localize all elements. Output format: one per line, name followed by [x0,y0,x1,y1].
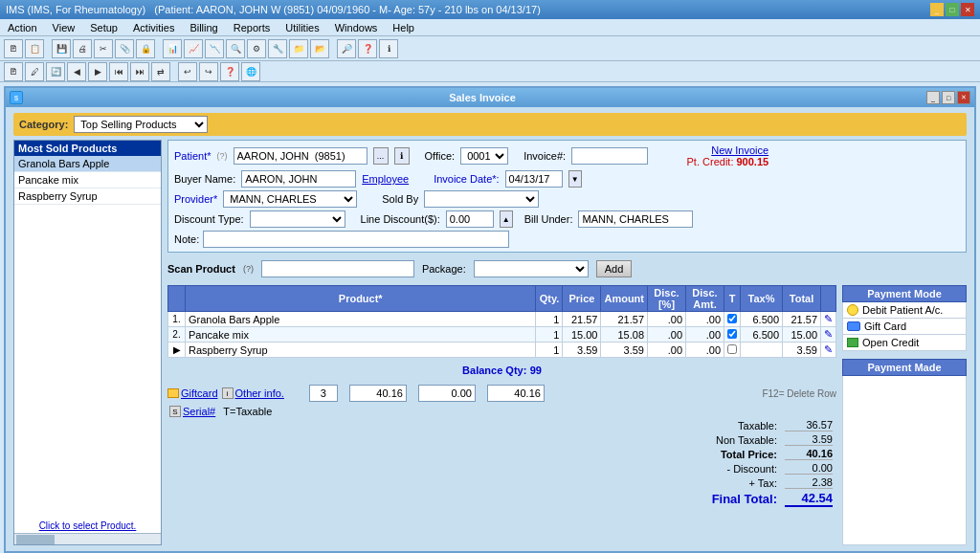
total-price-label: Total Price: [701,449,777,460]
toolbar2-btn-5[interactable]: ▶ [88,62,107,81]
price-box-2[interactable] [418,385,476,402]
line-discount-input[interactable] [446,210,494,228]
discount-type-select[interactable] [250,210,345,228]
toolbar-btn-13[interactable]: 🔧 [268,39,287,58]
bill-under-input[interactable] [578,210,693,228]
menu-help[interactable]: Help [389,21,418,34]
giftcard-label[interactable]: Giftcard [181,387,218,399]
invoice-date-input[interactable] [505,170,563,188]
toolbar-btn-7[interactable]: 🔒 [136,39,155,58]
col-total: Total [783,286,821,312]
menu-action[interactable]: Action [4,21,41,34]
menu-reports[interactable]: Reports [230,21,275,34]
toolbar2-btn-4[interactable]: ◀ [67,62,86,81]
date-picker-btn[interactable]: ▼ [568,170,582,188]
toolbar-btn-4[interactable]: 🖨 [73,39,92,58]
list-item[interactable]: Pancake mix [14,172,161,188]
sold-by-select[interactable] [424,190,539,208]
price-box-3[interactable] [487,385,545,402]
patient-info: (Patient: AARON, JOHN W (9851) 04/09/196… [154,4,541,15]
toolbar2-btn-1[interactable]: 🖹 [4,62,23,81]
menu-activities[interactable]: Activities [129,21,178,34]
gift-card-btn[interactable]: Gift Card [842,319,967,335]
toolbar2-btn-8[interactable]: ⇄ [151,62,170,81]
menu-windows[interactable]: Windows [331,21,382,34]
toolbar2-btn-9[interactable]: ↩ [178,62,197,81]
click-to-select[interactable]: Click to select Product. [14,519,161,533]
toolbar2-btn-12[interactable]: 🌐 [241,62,260,81]
scan-input[interactable] [261,260,414,277]
minimize-button[interactable]: _ [930,3,944,16]
pt-credit-value: 900.15 [737,156,769,167]
patient-input[interactable] [234,147,368,165]
price-box-1[interactable] [349,385,407,402]
office-select[interactable]: 0001 [460,147,508,165]
menu-utilities[interactable]: Utilities [281,21,323,34]
toolbar-btn-2[interactable]: 📋 [25,39,44,58]
menu-view[interactable]: View [49,21,79,34]
add-button[interactable]: Add [596,260,633,277]
debit-patient-btn[interactable]: Debit Patient A/c. [842,302,967,319]
toolbar-btn-10[interactable]: 📉 [205,39,224,58]
toolbar2-btn-10[interactable]: ↪ [199,62,218,81]
other-info-label[interactable]: Other info. [235,387,284,399]
category-select[interactable]: Top Selling Products All Products [74,116,208,133]
invoice-number-input[interactable] [571,147,648,165]
toolbar-btn-9[interactable]: 📈 [184,39,203,58]
toolbar-btn-6[interactable]: 📎 [115,39,134,58]
list-item[interactable]: Granola Bars Apple [14,156,161,172]
patient-info-btn[interactable]: ℹ [394,147,410,165]
inner-close-btn[interactable]: ✕ [957,91,970,104]
patient-search-btn[interactable]: ... [373,147,389,165]
open-credit-btn[interactable]: Open Credit [842,335,967,351]
inner-minimize-btn[interactable]: _ [926,91,940,104]
menu-billing[interactable]: Billing [186,21,221,34]
toolbar-btn-8[interactable]: 📊 [163,39,182,58]
gift-card-label: Gift Card [864,321,906,332]
toolbar-btn-5[interactable]: ✂ [94,39,113,58]
app-title: IMS (IMS, For Rheumatology) [6,4,145,15]
list-item[interactable]: Raspberry Syrup [14,188,161,205]
buyer-name-input[interactable] [241,170,356,188]
giftcard-link[interactable]: Giftcard [167,387,218,399]
employee-label[interactable]: Employee [362,173,409,185]
menu-setup[interactable]: Setup [86,21,122,34]
toolbar-btn-1[interactable]: 🖹 [4,39,23,58]
toolbar-btn-16[interactable]: 🔎 [337,39,356,58]
other-info-link[interactable]: i Other info. [222,387,284,399]
toolbar2-btn-2[interactable]: 🖊 [25,62,44,81]
window-title: Sales Invoice [38,92,926,103]
note-input[interactable] [203,231,509,248]
col-qty: Qty. [536,286,563,312]
new-invoice-link[interactable]: New Invoice [663,144,768,156]
toolbar-btn-14[interactable]: 📁 [289,39,308,58]
non-taxable-label: Non Taxable: [701,434,777,446]
maximize-button[interactable]: □ [946,3,959,16]
serial-label[interactable]: Serial# [183,406,215,417]
qty-box[interactable] [309,385,338,402]
toolbar-btn-12[interactable]: ⚙ [247,39,266,58]
toolbar-btn-3[interactable]: 💾 [52,39,71,58]
line-discount-spin[interactable]: ▲ [500,210,513,228]
close-button[interactable]: ✕ [961,3,974,16]
package-label: Package: [422,263,466,275]
col-edit [821,286,836,312]
provider-select[interactable]: MANN, CHARLES [223,190,357,208]
toolbar2-btn-11[interactable]: ❓ [220,62,239,81]
provider-label: Provider* [174,193,217,205]
toolbar-btn-17[interactable]: ❓ [358,39,377,58]
toolbar-btn-15[interactable]: 📂 [310,39,329,58]
toolbar-btn-11[interactable]: 🔍 [226,39,245,58]
payment-made-header: Payment Made [842,359,967,376]
tax-value: 2.38 [785,476,833,489]
toolbar2-btn-3[interactable]: 🔄 [46,62,65,81]
final-total-label: Final Total: [712,492,777,506]
serial-link[interactable]: S Serial# [169,406,215,417]
package-select[interactable] [474,260,589,277]
toolbar2-btn-7[interactable]: ⏭ [130,62,149,81]
toolbar-btn-18[interactable]: ℹ [379,39,398,58]
horizontal-scrollbar[interactable] [14,533,161,544]
toolbar2-btn-6[interactable]: ⏮ [109,62,128,81]
note-label: Note: [174,233,199,245]
inner-maximize-btn[interactable]: □ [942,91,955,104]
